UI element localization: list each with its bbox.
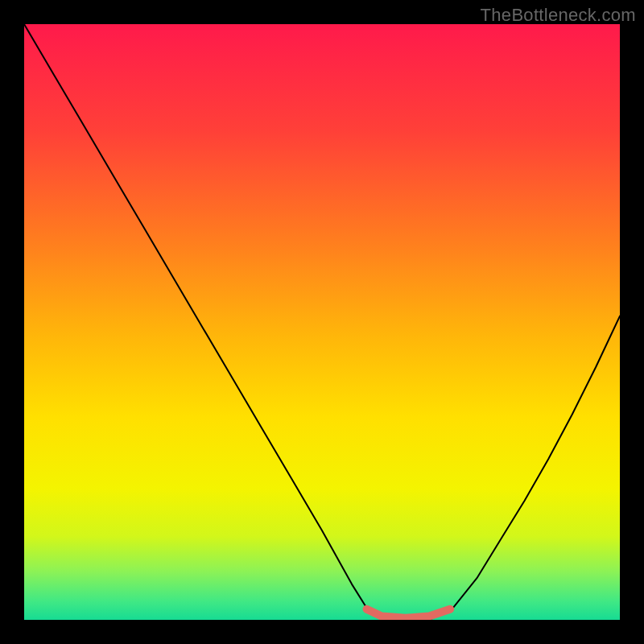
watermark-label: TheBottleneck.com bbox=[481, 5, 636, 26]
chart-frame: TheBottleneck.com bbox=[0, 0, 644, 644]
plot-area bbox=[24, 24, 620, 620]
chart-svg bbox=[24, 24, 620, 620]
